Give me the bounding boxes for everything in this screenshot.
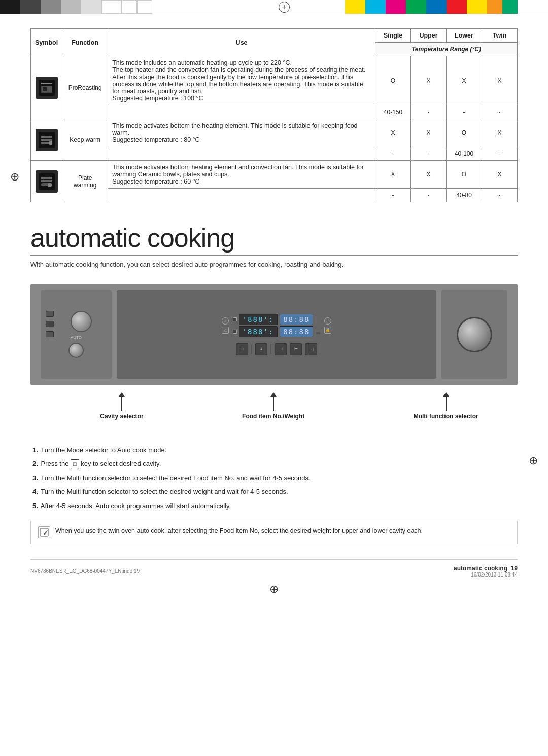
right-indicators <box>316 317 320 322</box>
ind-1 <box>316 317 320 319</box>
oven-mode-icons <box>46 311 54 337</box>
arrow-labels-container: Cavity selector Food item No./Weight Mul… <box>30 395 518 420</box>
step-text-3: Turn the Multi function selector to sele… <box>41 474 310 482</box>
display-indicator <box>233 317 237 321</box>
top-bar-right-swatches <box>345 0 548 14</box>
mode-icon-1 <box>46 311 54 317</box>
proroasting-single-1: O <box>375 56 411 105</box>
label-multi-function: Multi function selector <box>414 395 478 420</box>
col-upper-header: Upper <box>411 29 447 43</box>
display-right-icons: ○ 🔒 <box>324 317 331 334</box>
footer-left: NV6786BNESR_EO_DG68-00447Y_EN.indd 19 <box>30 568 140 574</box>
multi-function-selector-knob <box>457 317 492 352</box>
swatch-white <box>101 0 122 14</box>
proroasting-twin-1: X <box>482 56 518 105</box>
display-screens: '888': 88:88 '888': 88:88 <box>233 314 321 337</box>
func-platewarming: Plate warming <box>62 161 108 202</box>
platewarming-single-2: - <box>375 189 411 202</box>
control-btn-3: ⊣ <box>275 343 287 355</box>
control-btn-2: 🌡 <box>255 343 267 355</box>
icon-inner-platewarming <box>39 173 55 190</box>
display-top-row: ♪ △ '888': 88:88 <box>222 314 332 337</box>
platewarming-lower-1: O <box>447 161 482 189</box>
display-left-icons: ♪ △ <box>222 317 229 334</box>
registration-mark-right: ⊕ <box>529 454 538 467</box>
food-item-label: Food item No./Weight <box>242 413 304 420</box>
step-2: 2. Press the □ key to select desired cav… <box>30 459 518 469</box>
section-intro: With automatic cooking function, you can… <box>30 260 518 270</box>
proroasting-lower-2: - <box>447 105 482 119</box>
mode-selector-knob <box>71 311 92 332</box>
step-text-4: Turn the Multi function selector to sele… <box>41 488 288 495</box>
use-keepwarm-2 <box>108 147 375 161</box>
ind-3 <box>316 329 320 331</box>
use-platewarming-1: This mode activates bottom heating eleme… <box>108 161 375 189</box>
table-row: ProRoasting This mode includes an automa… <box>31 56 518 105</box>
col-function: Function <box>62 29 108 56</box>
arrow-food <box>273 395 274 411</box>
oven-diagram-container: AUTO ♪ △ '8 <box>30 284 518 420</box>
step-1: 1. Turn the Mode selector to Auto cook m… <box>30 445 518 455</box>
display-top-time: 88:88 <box>280 314 313 325</box>
divider-1 <box>251 344 252 354</box>
icon-proroasting <box>36 77 58 99</box>
lock-icon: 🔒 <box>324 327 331 334</box>
swatch-white2 <box>122 0 137 14</box>
bell-icon: ♪ <box>222 317 229 325</box>
ind-4 <box>316 332 320 334</box>
swatch-orange <box>487 0 502 14</box>
divider-2 <box>270 344 271 354</box>
footer-date: 16/02/2013 11:08:44 <box>454 572 518 578</box>
platewarming-upper-2: - <box>411 189 447 202</box>
auto-label: AUTO <box>71 335 82 340</box>
multi-function-label: Multi function selector <box>414 413 478 420</box>
keepwarm-twin-2: - <box>482 147 518 161</box>
label-food-item: Food item No./Weight <box>242 395 304 420</box>
step-text-5: After 4-5 seconds, Auto cook programmes … <box>41 502 231 510</box>
keepwarm-lower-1: O <box>447 119 482 147</box>
proroasting-lower-1: X <box>447 56 482 105</box>
arrow-cavity <box>121 395 122 411</box>
func-proroasting: ProRoasting <box>62 56 108 119</box>
display-bottom-time: 88:88 <box>280 326 313 337</box>
oven-left-panel: AUTO <box>41 290 112 379</box>
right-indicators-2 <box>316 329 320 334</box>
platewarming-upper-1: X <box>411 161 447 189</box>
keepwarm-upper-1: X <box>411 119 447 147</box>
step-3: 3. Turn the Multi function selector to s… <box>30 473 518 483</box>
registration-mark-bottom: ⊕ <box>30 583 518 596</box>
col-lower-header: Lower <box>447 29 482 43</box>
icon-keepwarm <box>36 129 58 151</box>
circle-icon: ○ <box>324 317 331 325</box>
ind-2 <box>316 320 320 322</box>
display-row-bottom: '888': 88:88 <box>233 326 321 337</box>
icon-inner-proroasting <box>39 80 55 96</box>
icon-inner-keepwarm <box>39 132 55 148</box>
control-btn-4: ⊢ <box>290 343 302 355</box>
top-color-bar <box>0 0 548 14</box>
svg-text:𝓁: 𝓁 <box>44 529 48 536</box>
swatch-teal <box>502 0 518 14</box>
oven-image: AUTO ♪ △ '8 <box>30 284 518 385</box>
swatch-gray <box>41 0 61 14</box>
display-indicator-2 <box>233 330 237 334</box>
section-title: automatic cooking <box>30 223 518 256</box>
proroasting-single-2: 40-150 <box>375 105 411 119</box>
step-num-3: 3. <box>32 474 38 482</box>
use-platewarming-2 <box>108 189 375 202</box>
swatch-blue <box>426 0 447 14</box>
cavity-selector-label: Cavity selector <box>100 413 143 420</box>
proroasting-twin-2: - <box>482 105 518 119</box>
swatch-darkgray <box>20 0 41 14</box>
swatch-green <box>406 0 426 14</box>
label-cavity-selector: Cavity selector <box>100 395 143 420</box>
keepwarm-twin-1: X <box>482 119 518 147</box>
footer-right: automatic cooking_19 16/02/2013 11:08:44 <box>454 565 518 578</box>
symbol-proroasting <box>31 56 62 119</box>
top-bar-center-mark <box>223 0 345 14</box>
note-text: When you use the twin oven auto cook, af… <box>55 526 423 536</box>
proroasting-upper-2: - <box>411 105 447 119</box>
key-icon: □ <box>71 459 79 469</box>
use-proroasting-1: This mode includes an automatic heating-… <box>108 56 375 105</box>
note-box: 𝓁 When you use the twin oven auto cook, … <box>30 521 518 544</box>
